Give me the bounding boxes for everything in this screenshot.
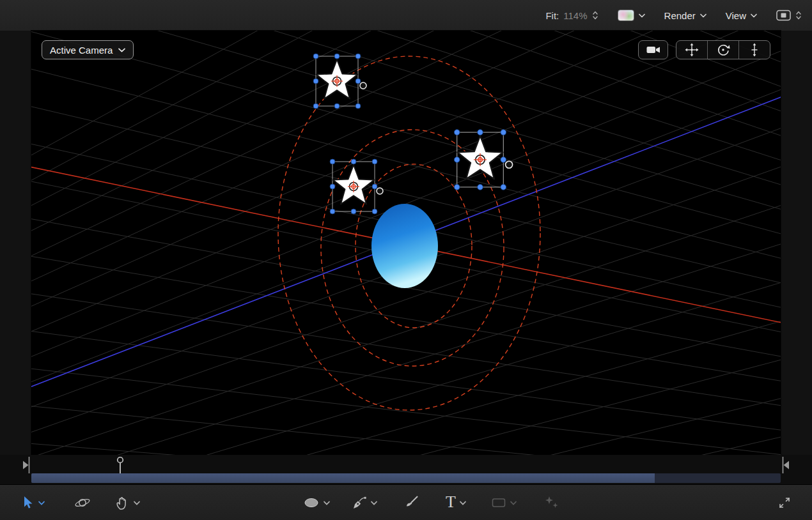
playhead-marker[interactable]: [116, 456, 125, 475]
window-layout-control[interactable]: [776, 10, 802, 21]
video-camera-icon: [646, 44, 661, 56]
stepper-icon[interactable]: [592, 10, 598, 20]
hand-icon: [114, 495, 130, 510]
fit-label: Fit:: [545, 10, 559, 21]
camera-move-tools-group: [676, 40, 770, 59]
star-object-left[interactable]: [330, 159, 383, 214]
play-range-start-marker[interactable]: [22, 457, 31, 473]
sparkles-icon: [544, 495, 559, 510]
render-menu[interactable]: Render: [664, 10, 707, 21]
chevron-down-icon[interactable]: [38, 501, 45, 505]
expand-view-button[interactable]: [777, 485, 792, 520]
chevron-down-icon: [751, 13, 757, 18]
layout-pane-icon: [776, 10, 791, 21]
zoom-fit-control[interactable]: Fit: 114%: [545, 10, 598, 21]
text-tool[interactable]: T: [446, 485, 466, 520]
transform-3d-tool[interactable]: [74, 485, 91, 520]
orbit-view-button[interactable]: [707, 41, 738, 59]
mask-rectangle-tool[interactable]: [491, 485, 517, 520]
diagonal-arrows-icon: [777, 496, 792, 510]
pan-hand-tool[interactable]: [114, 485, 140, 520]
mini-timeline[interactable]: [0, 455, 812, 484]
letter-T-icon: T: [446, 494, 456, 510]
view-menu[interactable]: View: [726, 10, 757, 21]
pan-view-button[interactable]: [676, 41, 707, 59]
view-menu-label: View: [726, 10, 746, 21]
dolly-view-icon: [747, 43, 761, 57]
camera-overlay-button[interactable]: [638, 40, 668, 59]
chevron-down-icon: [700, 13, 707, 18]
play-range-end-marker[interactable]: [781, 457, 790, 473]
canvas-viewport[interactable]: Active Camera: [31, 31, 781, 455]
ellipse-icon: [303, 497, 320, 509]
fit-value: 114%: [563, 10, 587, 21]
shape-ellipse-tool[interactable]: [303, 485, 330, 520]
camera-view-tools: [638, 40, 770, 59]
camera-select-popup[interactable]: Active Camera: [42, 40, 134, 59]
color-well-dropdown[interactable]: [618, 10, 645, 21]
orbit-rings-icon: [74, 496, 91, 510]
timeline-range-bar[interactable]: [31, 473, 655, 483]
paintbrush-icon: [403, 495, 419, 510]
motion-canvas-window: Fit: 114% Render View: [0, 0, 812, 520]
particles-tool[interactable]: [544, 485, 559, 520]
orbit-view-icon: [716, 43, 730, 57]
pen-nib-icon: [352, 495, 367, 510]
chevron-down-icon: [118, 48, 125, 52]
select-transform-tool[interactable]: [22, 485, 45, 520]
chevron-down-icon[interactable]: [134, 501, 140, 505]
camera-select-label: Active Camera: [50, 45, 113, 56]
color-thumbnail-icon: [618, 10, 634, 21]
rounded-rectangle-icon: [491, 497, 506, 509]
stepper-icon: [795, 10, 802, 20]
dolly-view-button[interactable]: [738, 41, 770, 59]
chevron-down-icon: [639, 13, 645, 18]
star-object-top[interactable]: [313, 54, 366, 109]
scene-svg: [31, 31, 781, 455]
workspace: Active Camera: [0, 31, 812, 455]
bezier-pen-tool[interactable]: [352, 485, 377, 520]
bottom-toolbar: T: [0, 484, 812, 520]
cursor-arrow-icon: [22, 496, 35, 510]
timeline-track[interactable]: [31, 473, 781, 483]
chevron-down-icon[interactable]: [324, 501, 330, 505]
sphere-object[interactable]: [371, 204, 438, 288]
top-toolbar: Fit: 114% Render View: [0, 0, 812, 31]
paint-stroke-tool[interactable]: [403, 485, 419, 520]
chevron-down-icon[interactable]: [371, 501, 377, 505]
pan-view-icon: [685, 43, 699, 57]
chevron-down-icon: [510, 501, 517, 505]
render-menu-label: Render: [664, 10, 696, 21]
chevron-down-icon[interactable]: [460, 501, 466, 505]
